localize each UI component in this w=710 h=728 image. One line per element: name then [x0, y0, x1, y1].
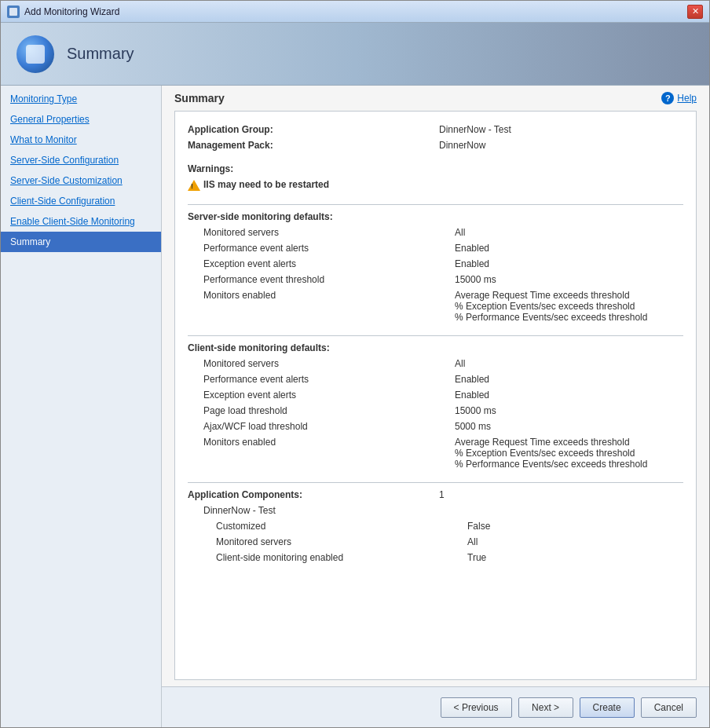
monitors-enabled-row: Monitors enabled Average Request Time ex…	[188, 290, 683, 323]
main-window: Add Monitoring Wizard ✕ Summary Monitori…	[0, 0, 710, 728]
app-icon	[7, 5, 20, 18]
client-monitors-enabled-label: Monitors enabled	[203, 437, 455, 470]
summary-panel: Application Group: DinnerNow - Test Mana…	[174, 111, 697, 680]
management-pack-label: Management Pack:	[188, 140, 439, 151]
perf-event-threshold-label: Performance event threshold	[203, 274, 455, 285]
help-link[interactable]: ? Help	[661, 92, 697, 104]
client-monitors-enabled-values: Average Request Time exceeds threshold %…	[455, 437, 647, 470]
sidebar-item-server-side-config[interactable]: Server-Side Configuration	[1, 150, 161, 170]
monitored-servers-row: Monitored servers All	[188, 227, 683, 238]
section-title: Summary	[174, 92, 225, 104]
customized-row: Customized False	[188, 521, 683, 532]
app-components-section: Application Components: 1 DinnerNow - Te…	[188, 489, 683, 563]
client-monitored-servers-row: Monitored servers All	[188, 358, 683, 369]
application-group-label: Application Group:	[188, 124, 439, 135]
client-monitors-enabled-value1: Average Request Time exceeds threshold	[455, 437, 647, 448]
divider-1	[188, 204, 683, 205]
client-monitored-servers-value: All	[455, 358, 465, 369]
warning-row: IIS may need to be restarted	[188, 179, 683, 192]
warnings-label: Warnings:	[188, 163, 439, 174]
divider-3	[188, 482, 683, 483]
client-monitors-enabled-row: Monitors enabled Average Request Time ex…	[188, 437, 683, 470]
client-side-section: Client-side monitoring defaults: Monitor…	[188, 342, 683, 470]
app-components-value: 1	[439, 489, 445, 500]
client-perf-event-alerts-label: Performance event alerts	[203, 374, 455, 385]
perf-event-threshold-row: Performance event threshold 15000 ms	[188, 274, 683, 285]
client-exception-event-alerts-value: Enabled	[455, 390, 489, 401]
server-side-header-row: Server-side monitoring defaults:	[188, 211, 683, 222]
ajax-wcf-threshold-value: 5000 ms	[455, 421, 491, 432]
warnings-section: Warnings: IIS may need to be restarted	[188, 163, 683, 192]
exception-event-alerts-label: Exception event alerts	[203, 258, 455, 269]
page-load-threshold-row: Page load threshold 15000 ms	[188, 405, 683, 416]
application-group-row: Application Group: DinnerNow - Test	[188, 124, 683, 135]
sidebar-item-enable-client-side[interactable]: Enable Client-Side Monitoring	[1, 211, 161, 232]
exception-event-alerts-row: Exception event alerts Enabled	[188, 258, 683, 269]
customized-label: Customized	[216, 521, 467, 532]
monitors-enabled-values: Average Request Time exceeds threshold %…	[455, 290, 647, 323]
client-monitors-enabled-value2: % Exception Events/sec exceeds threshold	[455, 448, 647, 459]
management-pack-row: Management Pack: DinnerNow	[188, 140, 683, 151]
header-title: Summary	[67, 45, 134, 63]
content-area: Summary ? Help Application Group: Dinner…	[162, 86, 709, 727]
sidebar-item-general-properties[interactable]: General Properties	[1, 109, 161, 130]
main-content: Monitoring Type General Properties What …	[1, 86, 709, 727]
sidebar-item-client-side-config[interactable]: Client-Side Configuration	[1, 191, 161, 211]
monitors-enabled-value2: % Exception Events/sec exceeds threshold	[455, 301, 647, 312]
client-side-label: Client-side monitoring defaults:	[188, 342, 439, 353]
help-icon: ?	[661, 92, 674, 104]
client-monitors-enabled-value3: % Performance Events/sec exceeds thresho…	[455, 459, 647, 470]
window-title: Add Monitoring Wizard	[24, 6, 687, 17]
content-header: Summary ? Help	[162, 86, 709, 111]
application-group-section: Application Group: DinnerNow - Test Mana…	[188, 124, 683, 151]
client-exception-event-alerts-row: Exception event alerts Enabled	[188, 390, 683, 401]
header-banner: Summary	[1, 23, 709, 86]
page-load-threshold-value: 15000 ms	[455, 405, 496, 416]
client-monitoring-enabled-row: Client-side monitoring enabled True	[188, 552, 683, 563]
sidebar-item-monitoring-type[interactable]: Monitoring Type	[1, 89, 161, 109]
client-monitoring-enabled-label: Client-side monitoring enabled	[216, 552, 467, 563]
perf-event-threshold-value: 15000 ms	[455, 274, 496, 285]
next-button[interactable]: Next >	[518, 697, 573, 718]
warning-icon	[188, 179, 200, 192]
comp-monitored-servers-label: Monitored servers	[216, 536, 467, 547]
ajax-wcf-threshold-row: Ajax/WCF load threshold 5000 ms	[188, 421, 683, 432]
client-side-header-row: Client-side monitoring defaults:	[188, 342, 683, 353]
client-monitored-servers-label: Monitored servers	[203, 358, 455, 369]
comp-monitored-servers-row: Monitored servers All	[188, 536, 683, 547]
monitors-enabled-value3: % Performance Events/sec exceeds thresho…	[455, 312, 647, 323]
exception-event-alerts-value: Enabled	[455, 258, 489, 269]
page-load-threshold-label: Page load threshold	[203, 405, 455, 416]
app-components-row: Application Components: 1	[188, 489, 683, 500]
close-button[interactable]: ✕	[687, 5, 703, 19]
warning-text: IIS may need to be restarted	[203, 179, 329, 190]
app-comp-name: DinnerNow - Test	[203, 505, 455, 516]
perf-event-alerts-row: Performance event alerts Enabled	[188, 243, 683, 254]
client-perf-event-alerts-row: Performance event alerts Enabled	[188, 374, 683, 385]
perf-event-alerts-label: Performance event alerts	[203, 243, 455, 254]
warnings-label-row: Warnings:	[188, 163, 683, 174]
application-group-value: DinnerNow - Test	[439, 124, 511, 135]
client-monitoring-enabled-value: True	[467, 552, 486, 563]
sidebar-item-what-to-monitor[interactable]: What to Monitor	[1, 130, 161, 150]
app-comp-name-row: DinnerNow - Test	[188, 505, 683, 516]
monitored-servers-value: All	[455, 227, 465, 238]
app-components-label: Application Components:	[188, 489, 439, 500]
customized-value: False	[467, 521, 490, 532]
sidebar-item-summary[interactable]: Summary	[1, 232, 161, 252]
divider-2	[188, 335, 683, 336]
previous-button[interactable]: < Previous	[441, 697, 512, 718]
wizard-icon	[16, 35, 54, 73]
server-side-section: Server-side monitoring defaults: Monitor…	[188, 211, 683, 323]
create-button[interactable]: Create	[580, 697, 635, 718]
help-label: Help	[677, 93, 697, 104]
monitors-enabled-value1: Average Request Time exceeds threshold	[455, 290, 647, 301]
client-perf-event-alerts-value: Enabled	[455, 374, 489, 385]
cancel-button[interactable]: Cancel	[641, 697, 697, 718]
ajax-wcf-threshold-label: Ajax/WCF load threshold	[203, 421, 455, 432]
monitored-servers-label: Monitored servers	[203, 227, 455, 238]
comp-monitored-servers-value: All	[467, 536, 478, 547]
perf-event-alerts-value: Enabled	[455, 243, 489, 254]
title-bar: Add Monitoring Wizard ✕	[1, 1, 709, 23]
sidebar-item-server-side-custom[interactable]: Server-Side Customization	[1, 170, 161, 191]
